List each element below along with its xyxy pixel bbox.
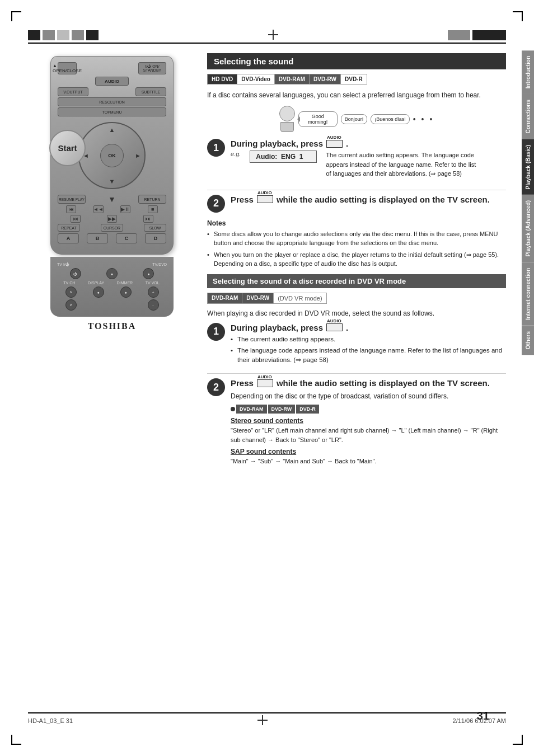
sidebar-tab-playback-advanced[interactable]: Playback (Advanced) (522, 195, 534, 262)
remote-btn-ok[interactable]: OK (100, 144, 124, 167)
illustration-row: Good morning! Bonjour! ¡Buenos días! • •… (207, 106, 506, 132)
remote-btn-skip-next[interactable]: ⏭ (143, 215, 153, 223)
top-bar-block-r1 (448, 30, 470, 40)
note-item-1: Some discs allow you to change audio sel… (207, 229, 506, 248)
note-item-2: When you turn on the player or replace a… (207, 250, 506, 269)
top-bar-block-1 (28, 30, 40, 40)
remote-btn-topmenu[interactable]: TOPMENU (58, 107, 166, 116)
left-panel: ▲ OPEN/CLOSE I/⏻ ON/STANDBY AUDIO V.OUTP… (28, 50, 196, 706)
s2-step2-content: Press AUDIO while the audio setting is d… (231, 378, 506, 469)
sap-sound-section: SAP sound contents "Main" → "Sub" → "Mai… (231, 448, 506, 466)
remote-row-resume: RESUME PLAY ▼ RETURN (58, 195, 166, 204)
s2-step2-title: Press AUDIO while the audio setting is d… (231, 378, 506, 388)
figure-body (280, 122, 294, 132)
remote-btn-display[interactable]: ● (93, 287, 104, 298)
remote-btn-tvdvd[interactable]: ● (106, 268, 118, 279)
remote-btn-subtitle[interactable]: SUBTITLE (135, 87, 166, 96)
remote-btn-dimmer[interactable]: ● (120, 287, 132, 298)
remote-btn-tvvol-up[interactable]: + (148, 287, 159, 298)
top-bar-center (99, 30, 448, 41)
step1-period: . (346, 139, 348, 148)
remote-top-row: ▲ OPEN/CLOSE I/⏻ ON/STANDBY (58, 62, 166, 74)
remote-btn-play-pause[interactable]: ▶⏸ (120, 205, 130, 213)
remote-btn-cursor[interactable]: CURSOR (101, 224, 123, 232)
sidebar-tab-introduction[interactable]: Introduction (522, 50, 534, 94)
remote-tv-circle-row2: ∧ ● ● + (57, 287, 167, 298)
top-bar-block-5 (86, 30, 99, 40)
figure-head (279, 106, 295, 121)
badge-dvd-rw: DVD-RW (310, 74, 341, 84)
remote-nav-down[interactable]: ▼ (109, 178, 115, 185)
remote-btn-audio[interactable]: AUDIO (95, 77, 129, 86)
audio-label-3: AUDIO (327, 318, 341, 323)
speech-bubble-3: ¡Buenos días! (371, 114, 410, 124)
remote-tv-circle-row3: ∨ - (57, 299, 167, 311)
audio-display-box: Audio: ENG 1 (250, 151, 317, 163)
step1-title: During playback, press AUDIO . (231, 139, 506, 148)
remote-btn-eject[interactable]: ▲ OPEN/CLOSE (58, 62, 77, 74)
remote-btn-skip-prev[interactable]: ⏮ (66, 205, 76, 213)
step1-number: 1 (207, 139, 225, 157)
stereo-sound-text: "Stereo" or "LR" (Left main channel and … (231, 426, 506, 444)
sidebar-tab-connections[interactable]: Connections (522, 94, 534, 139)
corner-mark-tl (11, 11, 21, 21)
remote-nav-right[interactable]: ► (135, 152, 141, 159)
remote-btn-resume-play[interactable]: RESUME PLAY (58, 195, 86, 204)
sidebar-tab-others[interactable]: Others (522, 326, 534, 355)
remote-btn-stop[interactable]: ■ (148, 205, 158, 213)
remote-btn-tvvol-down[interactable]: - (148, 299, 159, 311)
step2-title-text: Press (231, 195, 254, 204)
step1-example-desc: The current audio setting appears. The l… (326, 151, 483, 179)
remote-btn-c[interactable]: C (116, 233, 137, 243)
remote-btn-d[interactable]: D (145, 233, 166, 243)
remote-btn-tvch-up[interactable]: ∧ (65, 287, 77, 298)
top-bar-block-2 (43, 30, 55, 40)
s2-badge-dvd-rw: DVD-RW (242, 293, 274, 303)
s2-small-badge-dvdrw: DVD-RW (268, 405, 296, 414)
remote-btn-b[interactable]: B (87, 233, 108, 243)
stereo-sound-title: Stereo sound contents (231, 417, 506, 425)
remote-btn-ff[interactable]: ▶▶ (107, 215, 117, 223)
dots-row: • • • (413, 115, 434, 124)
remote-btn-prev[interactable]: ⏭ (71, 215, 81, 223)
remote-btn-repeat[interactable]: REPEAT (58, 224, 80, 232)
eg-label-1: e.g. (231, 151, 241, 157)
remote-start-badge: Start (49, 130, 86, 166)
remote-btn-a[interactable]: A (58, 233, 79, 243)
speech-figure (279, 106, 295, 132)
remote-btn-return[interactable]: RETURN (138, 195, 166, 204)
s2-step2-number: 2 (207, 378, 225, 396)
divider-1 (207, 190, 506, 190)
sidebar-tab-internet[interactable]: Internet connection (522, 262, 534, 326)
remote-btn-tvio[interactable]: ⏻ (70, 268, 81, 279)
s2-step1-title: During playback, press AUDIO . (231, 323, 506, 332)
step1-content: During playback, press AUDIO . e.g. Audi… (231, 139, 506, 183)
remote-btn-voutput[interactable]: V.OUTPUT (58, 87, 88, 96)
remote-btn-slow[interactable]: SLOW (144, 224, 166, 232)
remote-btn-tvcode[interactable]: ● (143, 268, 154, 279)
step2-title: Press AUDIO while the audio setting is d… (231, 195, 506, 204)
corner-mark-br (513, 735, 523, 745)
remote-btn-resolution[interactable]: RESOLUTION (58, 97, 166, 106)
step2-content: Press AUDIO while the audio setting is d… (231, 195, 506, 206)
badge-dvd-video: DVD-Video (237, 74, 275, 84)
top-bar-decoration-left (28, 30, 99, 40)
remote-btn-tvch-down[interactable]: ∨ (65, 299, 77, 311)
remote-btn-rewind[interactable]: ◄◄ (93, 205, 104, 213)
remote-nav-ring: ▲ ▼ ◄ ► OK (78, 122, 146, 189)
notes-list-1: Some discs allow you to change audio sel… (207, 229, 506, 269)
top-bar (28, 28, 506, 44)
top-bar-decoration-right (448, 30, 506, 40)
remote-row-voutput: V.OUTPUT SUBTITLE (58, 87, 166, 96)
brand-label: TOSHIBA (88, 321, 137, 331)
remote-nav-up[interactable]: ▲ (109, 126, 115, 133)
remote-btn-power[interactable]: I/⏻ ON/STANDBY (138, 62, 166, 74)
remote-transport-row: ⏮ ◄◄ ▶⏸ ■ (58, 205, 166, 213)
remote-special-row: REPEAT CURSOR SLOW (58, 224, 166, 232)
badge-hd-dvd: HD DVD (208, 74, 237, 84)
badge-dvd-ram: DVD-RAM (275, 74, 310, 84)
remote-control: ▲ OPEN/CLOSE I/⏻ ON/STANDBY AUDIO V.OUTP… (50, 56, 174, 255)
section1-title: Selecting the sound (207, 53, 506, 69)
sidebar-tab-playback-basic[interactable]: Playback (Basic) (522, 139, 534, 195)
remote-tv-top-row: TV I/⏻ TV/DVD (57, 262, 167, 266)
